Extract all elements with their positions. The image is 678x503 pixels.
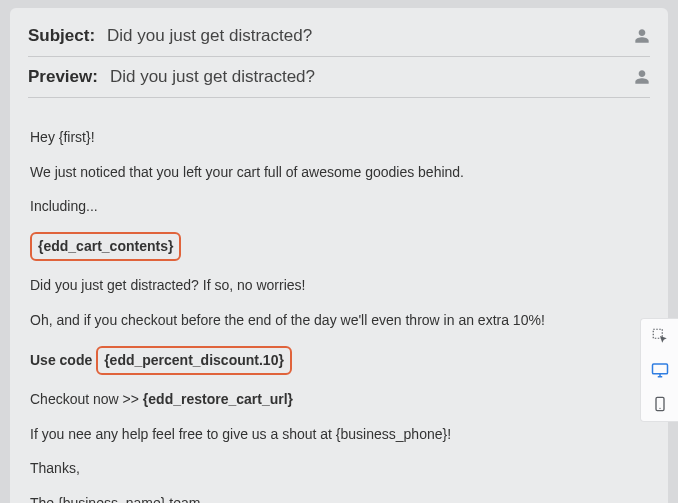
svg-rect-1	[652, 364, 667, 374]
merge-token-restore-url: {edd_restore_cart_url}	[143, 391, 293, 407]
email-editor-panel: Subject: Did you just get distracted? Pr…	[10, 8, 668, 503]
body-line: We just noticed that you left your cart …	[30, 163, 648, 183]
mobile-view-button[interactable]	[641, 387, 678, 421]
element-picker-button[interactable]	[641, 319, 678, 353]
preview-label: Preview:	[28, 67, 98, 87]
body-line: Including...	[30, 197, 648, 217]
subject-value[interactable]: Did you just get distracted?	[103, 26, 626, 46]
svg-point-5	[659, 408, 660, 409]
body-line: {edd_cart_contents}	[30, 232, 648, 262]
body-line: The {business_name} team	[30, 494, 648, 503]
use-code-prefix: Use code	[30, 352, 96, 368]
body-line: Oh, and if you checkout before the end o…	[30, 311, 648, 331]
person-icon[interactable]	[634, 69, 650, 85]
preview-row: Preview: Did you just get distracted?	[28, 57, 650, 98]
body-line: Use code {edd_percent_discount.10}	[30, 346, 648, 376]
merge-token-discount: {edd_percent_discount.10}	[96, 346, 292, 376]
subject-row: Subject: Did you just get distracted?	[28, 16, 650, 57]
email-body[interactable]: Hey {first}! We just noticed that you le…	[28, 98, 650, 503]
merge-token-cart-contents: {edd_cart_contents}	[30, 232, 181, 262]
body-line: Did you just get distracted? If so, no w…	[30, 276, 648, 296]
body-line: Hey {first}!	[30, 128, 648, 148]
person-icon[interactable]	[634, 28, 650, 44]
body-line: If you nee any help feel free to give us…	[30, 425, 648, 445]
view-toolbar	[640, 318, 678, 422]
subject-label: Subject:	[28, 26, 95, 46]
body-line: Thanks,	[30, 459, 648, 479]
desktop-view-button[interactable]	[641, 353, 678, 387]
body-line: Checkout now >> {edd_restore_cart_url}	[30, 390, 648, 410]
preview-value[interactable]: Did you just get distracted?	[106, 67, 626, 87]
checkout-prefix: Checkout now >>	[30, 391, 143, 407]
